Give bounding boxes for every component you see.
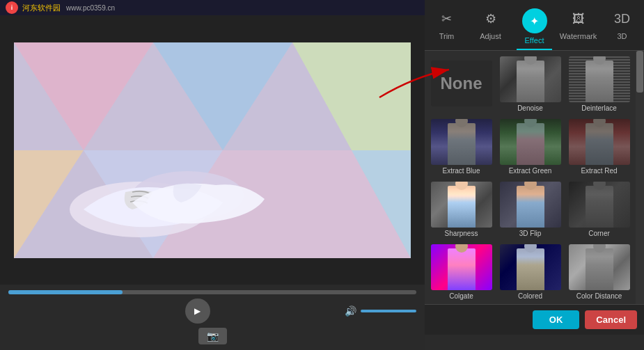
effect-label-red: Extract Red: [581, 167, 617, 175]
effect-thumb-none: None: [431, 61, 492, 106]
effect-thumb-green: [500, 119, 561, 165]
logo-icon: i: [6, 1, 18, 14]
figure-corner: [586, 186, 613, 228]
cancel-button[interactable]: Cancel: [585, 310, 637, 329]
effect-thumb-denoise: [500, 56, 561, 102]
tab-adjust[interactable]: ⚙ Adjust: [469, 4, 512, 50]
tab-effect[interactable]: ✦ Effect: [512, 4, 556, 50]
toolbar: ✂ Trim ⚙ Adjust ✦ Effect 🖼 Watermark 3D …: [425, 0, 644, 51]
effect-thumb-colgate: [431, 244, 492, 290]
effect-label-denoise: Denoise: [517, 104, 543, 112]
effect-label-colored: Colored: [518, 292, 542, 300]
scrollbar[interactable]: [636, 51, 644, 304]
figure-colored: [517, 248, 544, 290]
effect-label-flip: 3D Flip: [519, 230, 542, 237]
progress-fill: [8, 290, 123, 294]
none-text: None: [441, 74, 482, 93]
play-button[interactable]: ▶: [185, 299, 210, 324]
effect-icon: ✦: [530, 15, 539, 28]
scrollbar-thumb[interactable]: [636, 51, 643, 93]
effect-label-corner: Corner: [588, 230, 610, 237]
controls-bar: ▶ 🔊 📷: [0, 285, 425, 350]
video-canvas: [14, 42, 411, 258]
figure-green: [517, 123, 544, 165]
tab-trim[interactable]: ✂ Trim: [425, 4, 469, 50]
effect-thumb-deinterlace: [569, 56, 630, 102]
effect-extract-green[interactable]: Extract Green: [496, 116, 564, 177]
video-content: [14, 42, 411, 258]
tab-3d-label: 3D: [617, 32, 627, 40]
volume-slider[interactable]: [361, 310, 416, 312]
effect-icon-circle: ✦: [522, 8, 547, 33]
effect-thumb-red: [569, 119, 630, 165]
screenshot-button[interactable]: 📷: [198, 328, 227, 344]
effect-thumb-sharp: [431, 182, 492, 228]
effect-label-cdist: Color Distance: [576, 292, 622, 300]
tab-adjust-label: Adjust: [480, 32, 501, 40]
figure-blue: [448, 123, 476, 165]
tab-watermark-label: Watermark: [560, 32, 597, 40]
bottom-bar: OK Cancel: [425, 304, 644, 335]
figure-sharp: [448, 186, 476, 228]
logo: i 河东软件园: [6, 1, 61, 14]
volume-icon: 🔊: [345, 305, 356, 317]
effect-colgate[interactable]: Colgate: [427, 241, 495, 303]
effect-sharpness[interactable]: Sharpness: [427, 179, 495, 240]
ok-button[interactable]: OK: [533, 310, 580, 329]
effect-label-green: Extract Green: [509, 167, 552, 175]
effect-thumb-corner: [569, 182, 630, 228]
tab-watermark[interactable]: 🖼 Watermark: [556, 4, 600, 50]
video-area: [0, 15, 425, 285]
site-name: 河东软件园: [22, 3, 61, 13]
right-panel: ✂ Trim ⚙ Adjust ✦ Effect 🖼 Watermark 3D …: [425, 0, 644, 335]
figure-denoise: [517, 61, 544, 102]
progress-bar[interactable]: [8, 290, 416, 294]
effect-grid: None Denoise Deinterlace: [425, 51, 644, 304]
effect-extract-blue[interactable]: Extract Blue: [427, 116, 495, 177]
tab-3d[interactable]: 3D 3D: [600, 4, 644, 50]
effect-thumb-cdist: [569, 244, 630, 290]
figure-red: [586, 123, 613, 165]
left-panel: ▶ 🔊 📷: [0, 15, 425, 350]
site-url: www.pc0359.cn: [66, 4, 115, 12]
effect-label-colgate: Colgate: [449, 292, 473, 300]
figure-colgate: [448, 248, 476, 290]
effect-3d-flip[interactable]: 3D Flip: [496, 179, 564, 240]
effect-label-deinterlace: Deinterlace: [581, 104, 617, 112]
volume-control: 🔊: [345, 305, 416, 317]
effect-colored[interactable]: Colored: [496, 241, 564, 303]
effect-thumb-blue: [431, 119, 492, 165]
effect-color-distance[interactable]: Color Distance: [565, 241, 633, 303]
figure-deinterlace: [586, 61, 613, 102]
effect-denoise[interactable]: Denoise: [496, 54, 564, 115]
effect-thumb-flip: [500, 182, 561, 228]
effect-thumb-colored: [500, 244, 561, 290]
tab-trim-label: Trim: [439, 32, 455, 40]
trim-icon: ✂: [437, 8, 457, 29]
controls-row: ▶ 🔊: [8, 299, 416, 324]
effect-label-blue: Extract Blue: [443, 167, 480, 175]
3d-icon: 3D: [612, 8, 633, 29]
adjust-icon: ⚙: [480, 8, 501, 29]
watermark-icon: 🖼: [568, 8, 589, 29]
effect-deinterlace[interactable]: Deinterlace: [565, 54, 633, 115]
effect-corner[interactable]: Corner: [565, 179, 633, 240]
tab-effect-label: Effect: [525, 36, 544, 45]
effect-grid-container: None Denoise Deinterlace: [425, 51, 644, 304]
figure-cdist: [586, 248, 613, 290]
effect-label-sharp: Sharpness: [445, 230, 478, 237]
effect-none[interactable]: None: [427, 54, 495, 115]
effect-extract-red[interactable]: Extract Red: [565, 116, 633, 177]
figure-flip: [517, 186, 544, 228]
